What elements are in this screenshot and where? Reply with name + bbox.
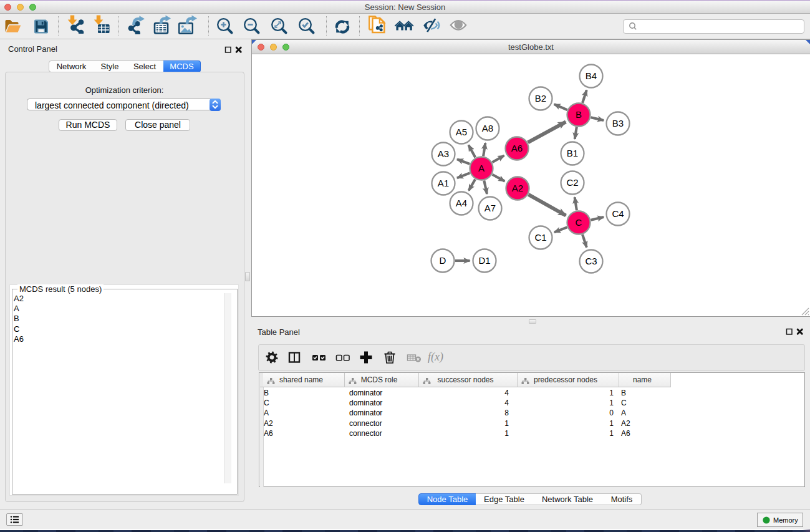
svg-text:C: C — [576, 217, 582, 228]
svg-text:B3: B3 — [612, 118, 624, 128]
svg-text:A4: A4 — [456, 198, 467, 208]
svg-text:A7: A7 — [485, 203, 496, 213]
svg-text:A2: A2 — [512, 183, 523, 193]
svg-text:B1: B1 — [567, 148, 578, 158]
svg-text:A5: A5 — [456, 127, 467, 137]
svg-text:B4: B4 — [586, 70, 597, 81]
svg-text:D1: D1 — [478, 255, 490, 266]
svg-text:A6: A6 — [511, 143, 523, 153]
svg-text:D: D — [440, 255, 446, 266]
svg-text:A8: A8 — [482, 123, 493, 133]
svg-text:C4: C4 — [612, 208, 624, 219]
svg-text:A1: A1 — [438, 178, 449, 188]
svg-text:B: B — [576, 109, 582, 120]
svg-text:C2: C2 — [566, 177, 578, 188]
svg-text:A3: A3 — [438, 148, 449, 159]
svg-text:C3: C3 — [585, 256, 597, 266]
svg-text:A: A — [478, 163, 485, 173]
svg-text:B2: B2 — [535, 93, 546, 104]
svg-text:C1: C1 — [534, 232, 546, 243]
